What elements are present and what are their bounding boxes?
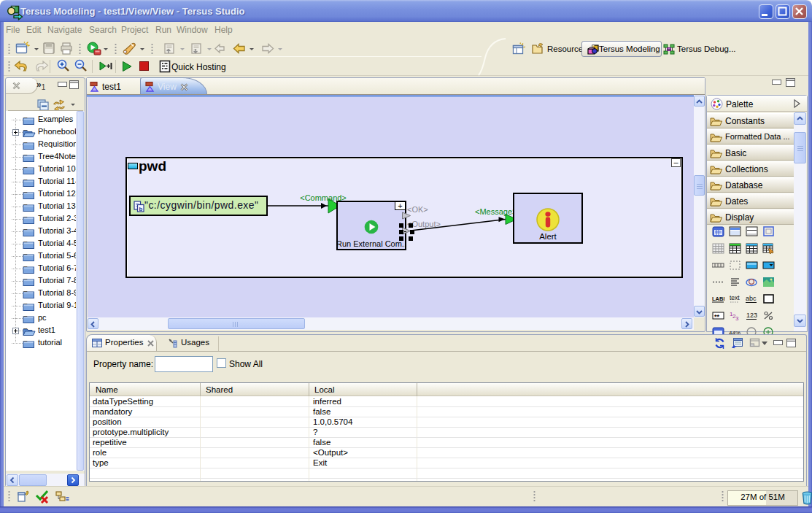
svg-text:123: 123 <box>746 312 757 319</box>
svg-text:text: text <box>730 294 740 301</box>
svg-text:abc: abc <box>746 295 757 302</box>
svg-text:**: ** <box>714 313 720 320</box>
svg-text:b: b <box>139 206 143 212</box>
svg-text:3: 3 <box>735 315 739 322</box>
svg-text:LABEL: LABEL <box>712 296 724 302</box>
